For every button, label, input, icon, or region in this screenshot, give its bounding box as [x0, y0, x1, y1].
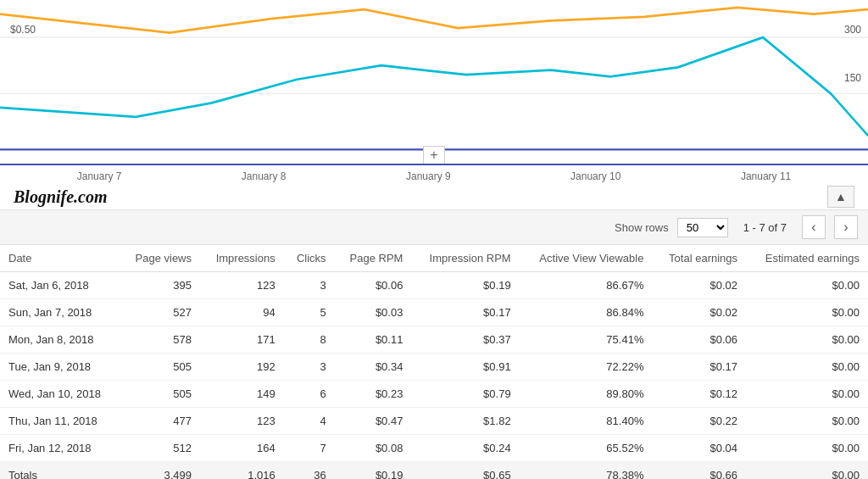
cell-r0-c3: 3	[284, 272, 335, 299]
table-header-row: Date Page views Impressions Clicks Page …	[0, 245, 868, 272]
cell-r1-c5: $0.17	[411, 299, 519, 326]
chart-x-axis: January 7 January 8 January 9 January 10…	[0, 165, 868, 182]
cell-r0-c1: 395	[120, 272, 200, 299]
cell-r2-c3: 8	[284, 326, 335, 354]
cell-r0-c8: $0.00	[746, 272, 868, 299]
cell-r3-c5: $0.91	[411, 354, 519, 381]
cell-r6-c1: 512	[120, 435, 200, 462]
totals-cell-5: 78.38%	[520, 462, 653, 480]
cell-r2-c0: Mon, Jan 8, 2018	[0, 326, 120, 354]
totals-label: Totals	[0, 462, 120, 480]
chart-container: $0.50 300 150 +	[0, 0, 868, 165]
x-label-jan7: January 7	[77, 170, 122, 182]
col-header-date: Date	[0, 245, 120, 272]
cell-r0-c7: $0.02	[652, 272, 746, 299]
data-table: Date Page views Impressions Clicks Page …	[0, 245, 868, 479]
cell-r1-c6: 86.84%	[520, 299, 653, 326]
cell-r3-c0: Tue, Jan 9, 2018	[0, 354, 120, 381]
totals-cell-4: $0.65	[411, 462, 519, 480]
col-header-impressions: Impressions	[200, 245, 284, 272]
pagination-info: 1 - 7 of 7	[743, 221, 787, 234]
cell-r5-c5: $1.82	[411, 408, 519, 435]
col-header-activeview: Active View Viewable	[520, 245, 653, 272]
totals-cell-1: 1,016	[200, 462, 284, 480]
cell-r6-c0: Fri, Jan 12, 2018	[0, 435, 120, 462]
x-label-jan11: January 11	[741, 170, 791, 182]
x-label-jan9: January 9	[406, 170, 451, 182]
table-row: Wed, Jan 10, 20185051496$0.23$0.7989.80%…	[0, 381, 868, 408]
table-row: Fri, Jan 12, 20185121647$0.08$0.2465.52%…	[0, 435, 868, 462]
cell-r5-c0: Thu, Jan 11, 2018	[0, 408, 120, 435]
cell-r2-c5: $0.37	[411, 326, 519, 354]
cell-r5-c8: $0.00	[746, 408, 868, 435]
cell-r4-c5: $0.79	[411, 381, 519, 408]
table-row: Sun, Jan 7, 2018527945$0.03$0.1786.84%$0…	[0, 299, 868, 326]
cell-r3-c6: 72.22%	[520, 354, 653, 381]
rows-per-page-select[interactable]: 50	[677, 218, 728, 237]
x-label-jan8: January 8	[242, 170, 287, 182]
cell-r0-c4: $0.06	[335, 272, 412, 299]
totals-cell-6: $0.66	[652, 462, 746, 480]
y-axis-label-right-150: 150	[844, 72, 861, 84]
cell-r1-c2: 94	[200, 299, 284, 326]
cell-r2-c1: 578	[120, 326, 200, 354]
cell-r6-c6: 65.52%	[520, 435, 653, 462]
cell-r4-c6: 89.80%	[520, 381, 653, 408]
cell-r5-c7: $0.22	[652, 408, 746, 435]
show-rows-label: Show rows	[615, 221, 669, 234]
collapse-chart-button[interactable]: ▲	[827, 186, 854, 208]
cell-r0-c5: $0.19	[411, 272, 519, 299]
totals-row: Totals3,4991,01636$0.19$0.6578.38%$0.66$…	[0, 462, 868, 480]
cell-r5-c6: 81.40%	[520, 408, 653, 435]
cell-r2-c8: $0.00	[746, 326, 868, 354]
brand-row: Blognife.com ▲	[0, 182, 868, 209]
cell-r1-c1: 527	[120, 299, 200, 326]
cell-r4-c0: Wed, Jan 10, 2018	[0, 381, 120, 408]
cell-r4-c4: $0.23	[335, 381, 412, 408]
expand-chart-button[interactable]: +	[423, 146, 445, 164]
col-header-totalearnings: Total earnings	[652, 245, 746, 272]
cell-r4-c2: 149	[200, 381, 284, 408]
col-header-pagerpm: Page RPM	[335, 245, 412, 272]
cell-r2-c7: $0.06	[652, 326, 746, 354]
y-axis-label-left: $0.50	[10, 24, 36, 36]
cell-r3-c8: $0.00	[746, 354, 868, 381]
cell-r2-c6: 75.41%	[520, 326, 653, 354]
totals-cell-3: $0.19	[335, 462, 412, 480]
cell-r3-c2: 192	[200, 354, 284, 381]
table-row: Thu, Jan 11, 20184771234$0.47$1.8281.40%…	[0, 408, 868, 435]
cell-r0-c0: Sat, Jan 6, 2018	[0, 272, 120, 299]
cell-r1-c8: $0.00	[746, 299, 868, 326]
cell-r4-c3: 6	[284, 381, 335, 408]
cell-r6-c5: $0.24	[411, 435, 519, 462]
cell-r3-c7: $0.17	[652, 354, 746, 381]
prev-page-button[interactable]: ‹	[802, 215, 826, 239]
cell-r4-c1: 505	[120, 381, 200, 408]
toolbar: Show rows 50 1 - 7 of 7 ‹ ›	[0, 209, 868, 245]
totals-cell-2: 36	[284, 462, 335, 480]
col-header-pageviews: Page views	[120, 245, 200, 272]
col-header-impressionrpm: Impression RPM	[411, 245, 519, 272]
x-label-jan10: January 10	[570, 170, 620, 182]
cell-r6-c4: $0.08	[335, 435, 412, 462]
cell-r5-c4: $0.47	[335, 408, 412, 435]
y-axis-label-right-300: 300	[844, 24, 861, 36]
cell-r3-c4: $0.34	[335, 354, 412, 381]
cell-r1-c0: Sun, Jan 7, 2018	[0, 299, 120, 326]
cell-r1-c4: $0.03	[335, 299, 412, 326]
col-header-clicks: Clicks	[284, 245, 335, 272]
cell-r6-c3: 7	[284, 435, 335, 462]
cell-r4-c7: $0.12	[652, 381, 746, 408]
table-row: Tue, Jan 9, 20185051923$0.34$0.9172.22%$…	[0, 354, 868, 381]
cell-r2-c4: $0.11	[335, 326, 412, 354]
next-page-button[interactable]: ›	[834, 215, 858, 239]
cell-r6-c8: $0.00	[746, 435, 868, 462]
cell-r6-c2: 164	[200, 435, 284, 462]
table-row: Sat, Jan 6, 20183951233$0.06$0.1986.67%$…	[0, 272, 868, 299]
cell-r2-c2: 171	[200, 326, 284, 354]
cell-r0-c2: 123	[200, 272, 284, 299]
cell-r3-c3: 3	[284, 354, 335, 381]
cell-r6-c7: $0.04	[652, 435, 746, 462]
cell-r4-c8: $0.00	[746, 381, 868, 408]
totals-cell-7: $0.00	[746, 462, 868, 480]
